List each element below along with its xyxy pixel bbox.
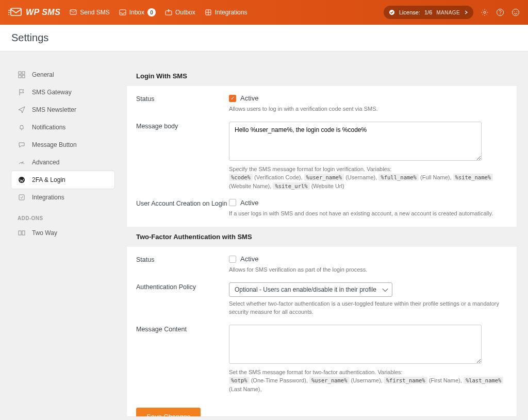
- sidebar: General SMS Gateway SMS Newsletter Notif…: [11, 66, 114, 416]
- grid-icon: [18, 71, 26, 79]
- message-content-textarea[interactable]: [229, 325, 482, 364]
- variable-chip: %first_name%: [384, 377, 427, 384]
- addons-heading: ADD-ONS: [11, 206, 114, 224]
- section-2fa: Two-Factor Authentication with SMS: [127, 227, 517, 247]
- message-body-textarea[interactable]: [229, 122, 482, 161]
- flag-icon: [18, 88, 26, 96]
- svg-rect-17: [19, 195, 24, 200]
- section-login-with-sms: Login With SMS: [127, 66, 517, 86]
- logo[interactable]: WP SMS: [8, 7, 60, 18]
- message-content-help: Set the SMS message format for two-facto…: [229, 368, 507, 394]
- wordpress-icon: [18, 176, 26, 184]
- sidebar-item-two-way[interactable]: Two Way: [11, 224, 114, 242]
- plug-icon: [18, 193, 26, 201]
- variable-chip: %site_name%: [453, 174, 493, 181]
- svg-rect-12: [19, 72, 21, 74]
- field-user-account-creation: User Account Creation on Login Active If…: [127, 191, 517, 218]
- variable-chip: %otp%: [229, 377, 250, 384]
- sidebar-item-2fa-login[interactable]: 2FA & Login: [11, 171, 114, 189]
- face-icon[interactable]: [512, 8, 520, 16]
- gear-icon[interactable]: [481, 8, 489, 16]
- logo-icon: [8, 7, 23, 18]
- svg-point-9: [513, 9, 519, 16]
- sidebar-item-sms-newsletter[interactable]: SMS Newsletter: [11, 101, 114, 119]
- svg-point-11: [517, 11, 518, 12]
- message-body-help: Specify the SMS message format for login…: [229, 165, 507, 191]
- gauge-icon: [18, 158, 26, 166]
- variable-chip: %site_url%: [273, 182, 309, 190]
- license-pill[interactable]: License: 1/6 MANAGE: [384, 6, 473, 19]
- svg-rect-18: [19, 231, 21, 235]
- sidebar-item-integrations[interactable]: Integrations: [11, 189, 114, 206]
- topbar-right: License: 1/6 MANAGE: [384, 6, 520, 19]
- check-circle-icon: [389, 9, 395, 15]
- svg-rect-14: [19, 75, 21, 78]
- field-login-status: Status Active Allows users to log in wit…: [127, 86, 517, 113]
- help-icon[interactable]: [496, 8, 504, 16]
- auth-policy-select[interactable]: Optional - Users can enable/disable it i…: [229, 282, 392, 297]
- settings-panel: Login With SMS Status Active Allows user…: [127, 66, 517, 416]
- send-icon: [70, 9, 77, 16]
- field-message-body: Message body Specify the SMS message for…: [127, 113, 517, 191]
- outbox-icon: [165, 9, 172, 16]
- nav-send-sms[interactable]: Send SMS: [70, 9, 109, 16]
- login-status-checkbox[interactable]: [229, 95, 236, 102]
- user-account-checkbox[interactable]: [229, 199, 236, 206]
- nav-inbox[interactable]: Inbox0: [119, 8, 156, 16]
- inbox-count: 0: [147, 8, 156, 16]
- variable-chip: %user_name%: [309, 377, 350, 384]
- field-message-content: Message Content Set the SMS message form…: [127, 316, 517, 394]
- svg-rect-15: [22, 75, 25, 78]
- logo-text: WP SMS: [26, 8, 60, 17]
- variable-chip: %last_name%: [464, 377, 504, 384]
- sidebar-item-message-button[interactable]: Message Button: [11, 136, 114, 154]
- variable-chip: %user_name%: [304, 174, 344, 181]
- nav-outbox[interactable]: Outbox: [165, 9, 195, 16]
- page-title: Settings: [0, 25, 528, 52]
- sidebar-item-advanced[interactable]: Advanced: [11, 154, 114, 171]
- sidebar-item-sms-gateway[interactable]: SMS Gateway: [11, 83, 114, 101]
- sidebar-item-general[interactable]: General: [11, 66, 114, 83]
- svg-point-10: [514, 11, 515, 12]
- nav-integrations[interactable]: Integrations: [205, 9, 248, 16]
- field-2fa-status: Status Active Allows for SMS verificatio…: [127, 247, 517, 274]
- integrations-icon: [205, 9, 212, 16]
- field-auth-policy: Authentication Policy Optional - Users c…: [127, 274, 517, 316]
- inbox-icon: [119, 9, 126, 16]
- svg-point-6: [484, 11, 486, 13]
- sidebar-item-notifications[interactable]: Notifications: [11, 119, 114, 136]
- chat-icon: [18, 141, 26, 149]
- chevron-right-icon: [464, 10, 468, 14]
- topbar: WP SMS Send SMS Inbox0 Outbox Integratio…: [0, 0, 528, 25]
- svg-rect-13: [22, 72, 25, 74]
- twoway-icon: [18, 229, 26, 237]
- svg-rect-19: [22, 231, 25, 235]
- svg-point-8: [500, 14, 501, 15]
- save-button[interactable]: Save Changes: [136, 408, 201, 416]
- topnav: Send SMS Inbox0 Outbox Integrations: [70, 8, 247, 16]
- bell-icon: [18, 123, 26, 131]
- variable-chip: %code%: [229, 174, 253, 181]
- twofa-status-checkbox[interactable]: [229, 256, 236, 263]
- svg-rect-0: [11, 8, 21, 15]
- variable-chip: %full_name%: [378, 174, 419, 181]
- paperplane-icon: [18, 106, 26, 114]
